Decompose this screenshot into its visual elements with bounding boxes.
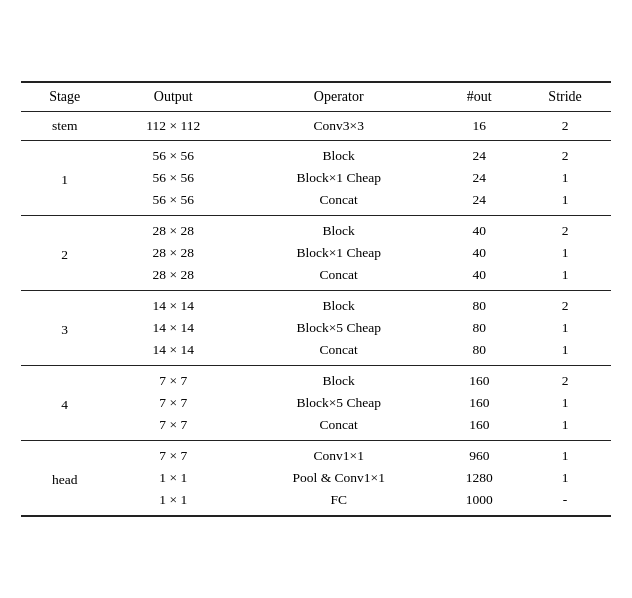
output-cell: 56 × 56 bbox=[108, 167, 238, 189]
stage-cell: stem bbox=[21, 112, 108, 141]
output-cell: 28 × 28 bbox=[108, 216, 238, 243]
stride-cell: 2 bbox=[519, 366, 611, 393]
nout-cell: 24 bbox=[439, 167, 519, 189]
col-nout: #out bbox=[439, 82, 519, 112]
table-row: 7 × 7 Concat 160 1 bbox=[21, 414, 611, 441]
nout-cell: 16 bbox=[439, 112, 519, 141]
stride-cell: 1 bbox=[519, 467, 611, 489]
stride-cell: 1 bbox=[519, 414, 611, 441]
table-row: 1 × 1 FC 1000 - bbox=[21, 489, 611, 516]
stage-cell: 3 bbox=[21, 291, 108, 366]
operator-cell: Block×1 Cheap bbox=[238, 167, 439, 189]
nout-cell: 160 bbox=[439, 366, 519, 393]
output-cell: 28 × 28 bbox=[108, 242, 238, 264]
nout-cell: 1000 bbox=[439, 489, 519, 516]
col-stride: Stride bbox=[519, 82, 611, 112]
nout-cell: 160 bbox=[439, 414, 519, 441]
operator-cell: Block bbox=[238, 291, 439, 318]
stride-cell: 2 bbox=[519, 216, 611, 243]
stride-cell: 2 bbox=[519, 291, 611, 318]
stride-cell: 1 bbox=[519, 339, 611, 366]
stride-cell: - bbox=[519, 489, 611, 516]
nout-cell: 40 bbox=[439, 216, 519, 243]
output-cell: 112 × 112 bbox=[108, 112, 238, 141]
nout-cell: 1280 bbox=[439, 467, 519, 489]
output-cell: 14 × 14 bbox=[108, 339, 238, 366]
output-cell: 56 × 56 bbox=[108, 141, 238, 168]
stage-cell: 2 bbox=[21, 216, 108, 291]
nout-cell: 80 bbox=[439, 339, 519, 366]
nout-cell: 960 bbox=[439, 441, 519, 468]
table-container: Stage Output Operator #out Stride stem 1… bbox=[21, 81, 611, 517]
table-row: 1 56 × 56 Block 24 2 bbox=[21, 141, 611, 168]
table-row: 56 × 56 Block×1 Cheap 24 1 bbox=[21, 167, 611, 189]
stride-cell: 1 bbox=[519, 189, 611, 216]
operator-cell: Block×1 Cheap bbox=[238, 242, 439, 264]
nout-cell: 160 bbox=[439, 392, 519, 414]
table-row: 14 × 14 Block×5 Cheap 80 1 bbox=[21, 317, 611, 339]
stride-cell: 2 bbox=[519, 141, 611, 168]
output-cell: 7 × 7 bbox=[108, 392, 238, 414]
operator-cell: Concat bbox=[238, 264, 439, 291]
operator-cell: Block×5 Cheap bbox=[238, 392, 439, 414]
table-row: 14 × 14 Concat 80 1 bbox=[21, 339, 611, 366]
operator-cell: Block bbox=[238, 141, 439, 168]
table-row: 1 × 1 Pool & Conv1×1 1280 1 bbox=[21, 467, 611, 489]
output-cell: 7 × 7 bbox=[108, 414, 238, 441]
table-row: 2 28 × 28 Block 40 2 bbox=[21, 216, 611, 243]
stride-cell: 1 bbox=[519, 264, 611, 291]
nout-cell: 40 bbox=[439, 264, 519, 291]
table-row: 7 × 7 Block×5 Cheap 160 1 bbox=[21, 392, 611, 414]
stride-cell: 1 bbox=[519, 441, 611, 468]
table-row: stem 112 × 112 Conv3×3 16 2 bbox=[21, 112, 611, 141]
col-operator: Operator bbox=[238, 82, 439, 112]
stride-cell: 1 bbox=[519, 317, 611, 339]
col-stage: Stage bbox=[21, 82, 108, 112]
operator-cell: Block bbox=[238, 366, 439, 393]
operator-cell: Concat bbox=[238, 414, 439, 441]
operator-cell: Block×5 Cheap bbox=[238, 317, 439, 339]
col-output: Output bbox=[108, 82, 238, 112]
output-cell: 14 × 14 bbox=[108, 291, 238, 318]
operator-cell: Conv3×3 bbox=[238, 112, 439, 141]
operator-cell: Concat bbox=[238, 189, 439, 216]
stage-cell: head bbox=[21, 441, 108, 517]
stage-cell: 4 bbox=[21, 366, 108, 441]
stride-cell: 1 bbox=[519, 392, 611, 414]
table-row: 28 × 28 Block×1 Cheap 40 1 bbox=[21, 242, 611, 264]
operator-cell: FC bbox=[238, 489, 439, 516]
table-row: 3 14 × 14 Block 80 2 bbox=[21, 291, 611, 318]
nout-cell: 24 bbox=[439, 141, 519, 168]
operator-cell: Conv1×1 bbox=[238, 441, 439, 468]
output-cell: 28 × 28 bbox=[108, 264, 238, 291]
output-cell: 56 × 56 bbox=[108, 189, 238, 216]
output-cell: 7 × 7 bbox=[108, 441, 238, 468]
output-cell: 7 × 7 bbox=[108, 366, 238, 393]
stage-cell: 1 bbox=[21, 141, 108, 216]
nout-cell: 80 bbox=[439, 291, 519, 318]
stride-cell: 1 bbox=[519, 167, 611, 189]
architecture-table: Stage Output Operator #out Stride stem 1… bbox=[21, 81, 611, 517]
stride-cell: 2 bbox=[519, 112, 611, 141]
operator-cell: Concat bbox=[238, 339, 439, 366]
table-header-row: Stage Output Operator #out Stride bbox=[21, 82, 611, 112]
nout-cell: 80 bbox=[439, 317, 519, 339]
nout-cell: 24 bbox=[439, 189, 519, 216]
nout-cell: 40 bbox=[439, 242, 519, 264]
table-row: 28 × 28 Concat 40 1 bbox=[21, 264, 611, 291]
output-cell: 1 × 1 bbox=[108, 489, 238, 516]
operator-cell: Block bbox=[238, 216, 439, 243]
table-row: 56 × 56 Concat 24 1 bbox=[21, 189, 611, 216]
table-row: head 7 × 7 Conv1×1 960 1 bbox=[21, 441, 611, 468]
table-row: 4 7 × 7 Block 160 2 bbox=[21, 366, 611, 393]
stride-cell: 1 bbox=[519, 242, 611, 264]
operator-cell: Pool & Conv1×1 bbox=[238, 467, 439, 489]
output-cell: 14 × 14 bbox=[108, 317, 238, 339]
output-cell: 1 × 1 bbox=[108, 467, 238, 489]
